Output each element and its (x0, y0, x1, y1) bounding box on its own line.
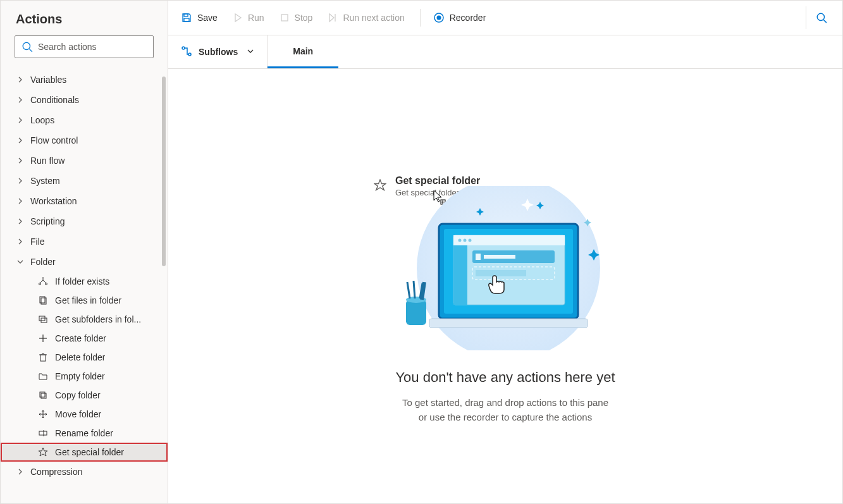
run-next-button[interactable]: Run next action (321, 6, 410, 29)
tree-label: Get files in folder (55, 295, 121, 305)
tree-label: Workstation (30, 196, 77, 206)
run-label: Run (248, 13, 264, 23)
chevron-right-icon (16, 467, 25, 476)
plus-icon (37, 333, 49, 343)
flow-canvas[interactable]: Get special folder Get special folder (168, 69, 842, 503)
svg-rect-24 (184, 18, 189, 22)
main-area: Save Run Stop Run next action Recorder (168, 1, 842, 503)
search-actions-box[interactable] (15, 35, 154, 58)
search-button[interactable] (806, 6, 836, 29)
svg-point-46 (464, 239, 467, 242)
subflows-icon (181, 46, 192, 59)
recorder-button[interactable]: Recorder (427, 6, 493, 29)
search-icon (816, 12, 827, 23)
tree-group-workstation[interactable]: Workstation (1, 191, 168, 211)
tree-group-scripting[interactable]: Scripting (1, 211, 168, 231)
tree-group-run-flow[interactable]: Run flow (1, 151, 168, 171)
record-icon (433, 12, 445, 23)
tree-label: Folder (30, 257, 56, 267)
tree-group-compression[interactable]: Compression (1, 462, 168, 482)
tree-group-flow-control[interactable]: Flow control (1, 130, 168, 151)
chevron-down-icon (16, 257, 25, 266)
action-get-files-in-folder[interactable]: Get files in folder (1, 291, 168, 310)
svg-rect-16 (40, 392, 45, 397)
action-copy-folder[interactable]: Copy folder (1, 386, 168, 405)
toolbar-separator (420, 9, 421, 27)
save-button[interactable]: Save (175, 6, 224, 29)
tree-label: Run flow (30, 156, 65, 166)
stop-button[interactable]: Stop (273, 6, 319, 29)
recorder-label: Recorder (450, 13, 486, 23)
svg-point-34 (188, 53, 191, 56)
svg-rect-50 (476, 254, 481, 260)
save-icon (181, 12, 192, 23)
chevron-right-icon (16, 95, 25, 104)
stop-icon (280, 13, 290, 23)
action-create-folder[interactable]: Create folder (1, 329, 168, 348)
tab-label: Main (293, 46, 313, 56)
star-icon (37, 447, 49, 457)
action-if-folder-exists[interactable]: If folder exists (1, 272, 168, 291)
tab-main[interactable]: Main (268, 35, 338, 68)
empty-subtitle: To get started, drag and drop actions to… (391, 396, 619, 424)
chevron-right-icon (16, 237, 25, 246)
svg-rect-48 (453, 245, 467, 305)
svg-rect-26 (281, 15, 288, 21)
run-button[interactable]: Run (226, 6, 271, 29)
tree-label: Rename folder (55, 428, 113, 438)
actions-tree: Variables Conditionals Loops Flow contro… (1, 66, 168, 503)
svg-rect-51 (484, 255, 515, 259)
svg-rect-23 (184, 14, 188, 16)
empty-state: You don't have any actions here yet To g… (391, 186, 619, 424)
action-move-folder[interactable]: Move folder (1, 405, 168, 424)
tree-label: Copy folder (55, 390, 101, 400)
stop-label: Stop (295, 13, 313, 23)
step-icon (328, 13, 338, 23)
scrollbar[interactable] (162, 77, 166, 266)
tree-label: Get subfolders in fol... (55, 314, 141, 324)
svg-point-33 (182, 47, 185, 49)
tree-group-system[interactable]: System (1, 171, 168, 191)
action-rename-folder[interactable]: Rename folder (1, 424, 168, 443)
subflows-dropdown[interactable]: Subflows (168, 35, 268, 68)
tree-label: Empty folder (55, 371, 105, 381)
action-empty-folder[interactable]: Empty folder (1, 367, 168, 386)
drag-title: Get special folder (395, 175, 480, 187)
action-delete-folder[interactable]: Delete folder (1, 348, 168, 367)
search-actions-input[interactable] (33, 42, 149, 52)
empty-line2: or use the recorder to capture the actio… (391, 410, 619, 425)
tree-label: Move folder (55, 409, 101, 419)
empty-line1: To get started, drag and drop actions to… (391, 396, 619, 410)
svg-rect-20 (39, 431, 47, 435)
tree-label: Scripting (30, 216, 65, 226)
move-icon (37, 409, 49, 419)
tab-bar: Subflows Main (168, 35, 842, 69)
action-get-subfolders[interactable]: Get subfolders in fol... (1, 310, 168, 329)
tree-group-file[interactable]: File (1, 231, 168, 252)
subflows-label: Subflows (199, 47, 238, 57)
tree-label: Variables (30, 75, 66, 85)
tree-group-conditionals[interactable]: Conditionals (1, 90, 168, 110)
tree-label: System (30, 176, 60, 186)
svg-marker-35 (374, 180, 386, 190)
play-icon (233, 13, 243, 23)
tree-group-variables[interactable]: Variables (1, 70, 168, 90)
chevron-right-icon (16, 116, 25, 125)
svg-line-1 (29, 49, 32, 52)
action-get-special-folder[interactable]: Get special folder (1, 443, 168, 462)
svg-marker-25 (235, 14, 241, 22)
chevron-right-icon (16, 197, 25, 206)
chevron-right-icon (16, 217, 25, 226)
tree-group-folder[interactable]: Folder (1, 252, 168, 272)
rename-icon (37, 428, 49, 438)
tree-label: Get special folder (55, 447, 124, 457)
run-next-label: Run next action (343, 13, 404, 23)
actions-sidebar: Actions Variables Conditionals Loops Flo… (1, 1, 168, 503)
svg-rect-17 (41, 393, 46, 398)
tree-group-loops[interactable]: Loops (1, 110, 168, 130)
tree-label: Loops (30, 115, 54, 125)
trash-icon (37, 352, 49, 362)
empty-state-illustration (391, 186, 619, 350)
folder-icon (37, 371, 49, 381)
chevron-right-icon (16, 156, 25, 165)
